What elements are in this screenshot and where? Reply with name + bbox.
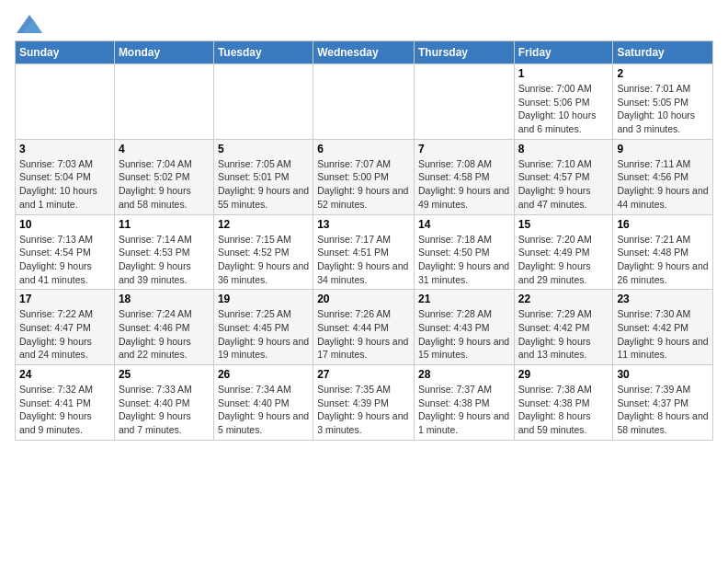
page-header: [15, 15, 713, 29]
day-number: 17: [19, 293, 110, 305]
day-cell: 1Sunrise: 7:00 AM Sunset: 5:06 PM Daylig…: [514, 64, 613, 140]
day-number: 6: [317, 143, 410, 155]
logo-icon: [17, 15, 42, 33]
day-info: Sunrise: 7:10 AM Sunset: 4:57 PM Dayligh…: [518, 157, 609, 212]
day-info: Sunrise: 7:05 AM Sunset: 5:01 PM Dayligh…: [218, 157, 309, 212]
day-number: 3: [19, 143, 110, 155]
day-cell: 29Sunrise: 7:38 AM Sunset: 4:38 PM Dayli…: [514, 365, 613, 441]
day-info: Sunrise: 7:34 AM Sunset: 4:40 PM Dayligh…: [218, 383, 309, 437]
day-number: 24: [19, 368, 110, 381]
day-number: 10: [19, 218, 110, 231]
day-cell: 7Sunrise: 7:08 AM Sunset: 4:58 PM Daylig…: [414, 139, 514, 214]
day-info: Sunrise: 7:17 AM Sunset: 4:51 PM Dayligh…: [317, 233, 410, 287]
day-number: 16: [617, 218, 709, 231]
day-info: Sunrise: 7:32 AM Sunset: 4:41 PM Dayligh…: [19, 383, 110, 437]
day-info: Sunrise: 7:20 AM Sunset: 4:49 PM Dayligh…: [518, 233, 609, 287]
day-cell: 28Sunrise: 7:37 AM Sunset: 4:38 PM Dayli…: [414, 365, 514, 441]
day-number: 20: [317, 293, 410, 305]
day-number: 29: [518, 368, 609, 381]
day-cell: 8Sunrise: 7:10 AM Sunset: 4:57 PM Daylig…: [514, 139, 613, 214]
day-info: Sunrise: 7:25 AM Sunset: 4:45 PM Dayligh…: [218, 307, 309, 362]
header-day-friday: Friday: [514, 41, 613, 64]
day-number: 18: [119, 293, 210, 305]
day-cell: 10Sunrise: 7:13 AM Sunset: 4:54 PM Dayli…: [16, 214, 115, 290]
day-number: 12: [218, 218, 309, 231]
day-cell: 3Sunrise: 7:03 AM Sunset: 5:04 PM Daylig…: [16, 139, 115, 214]
week-row-2: 3Sunrise: 7:03 AM Sunset: 5:04 PM Daylig…: [16, 139, 713, 214]
day-info: Sunrise: 7:35 AM Sunset: 4:39 PM Dayligh…: [317, 383, 410, 437]
day-cell: [213, 64, 313, 140]
day-cell: 19Sunrise: 7:25 AM Sunset: 4:45 PM Dayli…: [213, 290, 313, 365]
day-number: 27: [317, 368, 410, 381]
day-info: Sunrise: 7:04 AM Sunset: 5:02 PM Dayligh…: [119, 157, 210, 212]
day-cell: 4Sunrise: 7:04 AM Sunset: 5:02 PM Daylig…: [114, 139, 213, 214]
day-info: Sunrise: 7:01 AM Sunset: 5:05 PM Dayligh…: [617, 82, 709, 136]
day-cell: 21Sunrise: 7:28 AM Sunset: 4:43 PM Dayli…: [414, 290, 514, 365]
day-number: 19: [218, 293, 309, 305]
day-number: 2: [617, 67, 709, 80]
day-cell: 2Sunrise: 7:01 AM Sunset: 5:05 PM Daylig…: [613, 64, 713, 140]
day-number: 8: [518, 143, 609, 155]
day-cell: 17Sunrise: 7:22 AM Sunset: 4:47 PM Dayli…: [16, 290, 115, 365]
day-number: 22: [518, 293, 609, 305]
day-cell: 12Sunrise: 7:15 AM Sunset: 4:52 PM Dayli…: [213, 214, 313, 290]
day-cell: [414, 64, 514, 140]
day-number: 26: [218, 368, 309, 381]
day-number: 7: [418, 143, 510, 155]
day-cell: 5Sunrise: 7:05 AM Sunset: 5:01 PM Daylig…: [213, 139, 313, 214]
day-cell: 6Sunrise: 7:07 AM Sunset: 5:00 PM Daylig…: [313, 139, 415, 214]
logo: [15, 15, 42, 29]
day-info: Sunrise: 7:28 AM Sunset: 4:43 PM Dayligh…: [418, 307, 510, 362]
day-number: 25: [119, 368, 210, 381]
day-cell: 25Sunrise: 7:33 AM Sunset: 4:40 PM Dayli…: [114, 365, 213, 441]
day-number: 9: [617, 143, 709, 155]
day-info: Sunrise: 7:00 AM Sunset: 5:06 PM Dayligh…: [518, 82, 609, 136]
day-cell: 22Sunrise: 7:29 AM Sunset: 4:42 PM Dayli…: [514, 290, 613, 365]
day-info: Sunrise: 7:30 AM Sunset: 4:42 PM Dayligh…: [617, 307, 709, 362]
day-info: Sunrise: 7:18 AM Sunset: 4:50 PM Dayligh…: [418, 233, 510, 287]
header-day-tuesday: Tuesday: [213, 41, 313, 64]
day-cell: 20Sunrise: 7:26 AM Sunset: 4:44 PM Dayli…: [313, 290, 415, 365]
day-info: Sunrise: 7:33 AM Sunset: 4:40 PM Dayligh…: [119, 383, 210, 437]
day-info: Sunrise: 7:14 AM Sunset: 4:53 PM Dayligh…: [119, 233, 210, 287]
day-cell: 18Sunrise: 7:24 AM Sunset: 4:46 PM Dayli…: [114, 290, 213, 365]
day-info: Sunrise: 7:15 AM Sunset: 4:52 PM Dayligh…: [218, 233, 309, 287]
calendar-header: SundayMondayTuesdayWednesdayThursdayFrid…: [16, 41, 713, 64]
calendar-body: 1Sunrise: 7:00 AM Sunset: 5:06 PM Daylig…: [16, 64, 713, 441]
day-cell: 14Sunrise: 7:18 AM Sunset: 4:50 PM Dayli…: [414, 214, 514, 290]
day-cell: 11Sunrise: 7:14 AM Sunset: 4:53 PM Dayli…: [114, 214, 213, 290]
day-cell: 24Sunrise: 7:32 AM Sunset: 4:41 PM Dayli…: [16, 365, 115, 441]
day-info: Sunrise: 7:07 AM Sunset: 5:00 PM Dayligh…: [317, 157, 410, 212]
header-day-saturday: Saturday: [613, 41, 713, 64]
day-cell: 13Sunrise: 7:17 AM Sunset: 4:51 PM Dayli…: [313, 214, 415, 290]
day-info: Sunrise: 7:29 AM Sunset: 4:42 PM Dayligh…: [518, 307, 609, 362]
day-number: 1: [518, 67, 609, 80]
day-number: 23: [617, 293, 709, 305]
day-number: 30: [617, 368, 709, 381]
day-number: 21: [418, 293, 510, 305]
day-number: 5: [218, 143, 309, 155]
day-cell: 16Sunrise: 7:21 AM Sunset: 4:48 PM Dayli…: [613, 214, 713, 290]
day-number: 14: [418, 218, 510, 231]
header-row: SundayMondayTuesdayWednesdayThursdayFrid…: [16, 41, 713, 64]
day-info: Sunrise: 7:37 AM Sunset: 4:38 PM Dayligh…: [418, 383, 510, 437]
header-day-wednesday: Wednesday: [313, 41, 415, 64]
day-cell: [114, 64, 213, 140]
day-info: Sunrise: 7:08 AM Sunset: 4:58 PM Dayligh…: [418, 157, 510, 212]
day-number: 28: [418, 368, 510, 381]
day-info: Sunrise: 7:21 AM Sunset: 4:48 PM Dayligh…: [617, 233, 709, 287]
day-info: Sunrise: 7:11 AM Sunset: 4:56 PM Dayligh…: [617, 157, 709, 212]
day-cell: 27Sunrise: 7:35 AM Sunset: 4:39 PM Dayli…: [313, 365, 415, 441]
day-number: 13: [317, 218, 410, 231]
week-row-4: 17Sunrise: 7:22 AM Sunset: 4:47 PM Dayli…: [16, 290, 713, 365]
day-info: Sunrise: 7:39 AM Sunset: 4:37 PM Dayligh…: [617, 383, 709, 437]
day-info: Sunrise: 7:24 AM Sunset: 4:46 PM Dayligh…: [119, 307, 210, 362]
day-info: Sunrise: 7:22 AM Sunset: 4:47 PM Dayligh…: [19, 307, 110, 362]
day-info: Sunrise: 7:38 AM Sunset: 4:38 PM Dayligh…: [518, 383, 609, 437]
day-cell: 23Sunrise: 7:30 AM Sunset: 4:42 PM Dayli…: [613, 290, 713, 365]
week-row-1: 1Sunrise: 7:00 AM Sunset: 5:06 PM Daylig…: [16, 64, 713, 140]
header-day-thursday: Thursday: [414, 41, 514, 64]
day-cell: [313, 64, 415, 140]
day-cell: 15Sunrise: 7:20 AM Sunset: 4:49 PM Dayli…: [514, 214, 613, 290]
header-day-monday: Monday: [114, 41, 213, 64]
